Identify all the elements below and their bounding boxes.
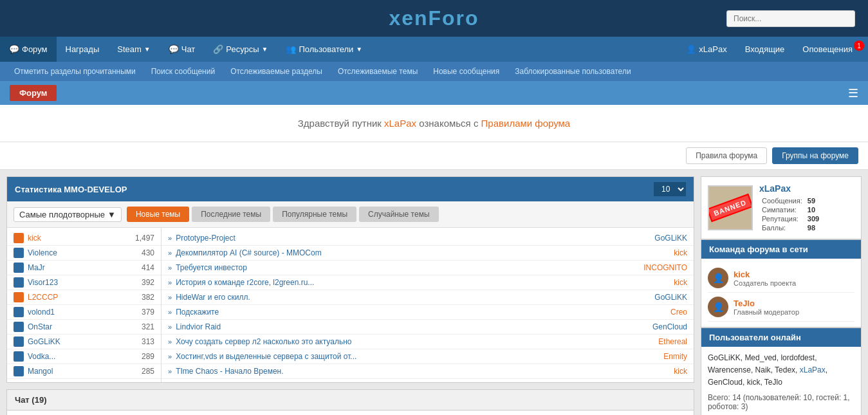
tab-new-topics[interactable]: Новые темы <box>127 207 189 222</box>
forum-rules-link[interactable]: Правилами форума <box>481 118 571 129</box>
topic-row: » HideWar и его скилл. GoGLiKK <box>162 290 694 305</box>
nav-profile[interactable]: 👤 xLaPax <box>677 37 735 62</box>
sub-nav-mark-read[interactable]: Отметить разделы прочитанными <box>6 62 143 81</box>
nav-notifications[interactable]: Оповещения 1 <box>793 37 868 62</box>
stats-user-count: 382 <box>132 293 154 302</box>
stats-user-name-link[interactable]: Vodka... <box>28 352 132 361</box>
stats-user-icon <box>14 366 24 376</box>
stats-user-name-link[interactable]: L2CCCP <box>28 293 132 302</box>
topic-name-link[interactable]: Требуется инвестор <box>176 263 643 272</box>
online-user: lordofdest <box>780 353 815 362</box>
sub-nav-blocked-users[interactable]: Заблокированные пользователи <box>507 62 638 81</box>
team-name-link[interactable]: TeJlo <box>734 299 799 308</box>
nav-inbox[interactable]: Входящие <box>736 37 794 62</box>
stats-user-name-link[interactable]: Visor123 <box>28 278 132 287</box>
topic-name-link[interactable]: HideWar и его скилл. <box>176 293 654 302</box>
filter-label: Самые плодотворные <box>19 210 105 219</box>
topic-row: » Хочу создать сервер л2 насколько это а… <box>162 335 694 349</box>
chat-block: Чат (19) Вопросы технического характера … <box>6 389 694 415</box>
team-info: kick Создатель проекта <box>734 270 796 287</box>
tab-popular-topics[interactable]: Популярные темы <box>273 207 356 222</box>
rules-button[interactable]: Правила форума <box>686 147 767 164</box>
nav-forum[interactable]: 💬 Форум <box>0 37 57 62</box>
search-box[interactable] <box>726 10 855 27</box>
chat-header: Чат (19) <box>7 390 694 410</box>
online-user: kick <box>747 378 761 387</box>
tab-random-topics[interactable]: Случайные темы <box>359 207 438 222</box>
welcome-username-link[interactable]: xLaPax <box>384 118 419 129</box>
topic-name-link[interactable]: Декомпилятор AI (C# source) - MMOCom <box>176 248 674 257</box>
resources-icon: 🔗 <box>213 44 223 54</box>
topic-name-link[interactable]: TIme Chaos - Начало Времен. <box>176 367 674 376</box>
stats-user-row: Vodka... 289 <box>7 349 161 364</box>
sub-nav-tracked-sections[interactable]: Отслеживаемые разделы <box>223 62 330 81</box>
stats-user-icon <box>14 277 24 288</box>
online-user-link[interactable]: xLaPax <box>800 365 826 374</box>
nav-chat[interactable]: 💬 Чат <box>160 37 205 62</box>
stats-user-count: 414 <box>132 263 154 272</box>
topic-name-link[interactable]: Prototype-Project <box>176 234 654 243</box>
topic-name-link[interactable]: Подскажите <box>176 308 670 317</box>
topic-author: kick <box>674 367 687 376</box>
topic-row: » Декомпилятор AI (C# source) - MMOCom k… <box>162 246 694 261</box>
hamburger-icon[interactable]: ☰ <box>848 86 858 100</box>
topic-arrow-icon: » <box>168 264 172 272</box>
users-dropdown-icon: ▼ <box>356 46 362 53</box>
online-total: Всего: 14 (пользователей: 10, гостей: 1,… <box>708 393 854 411</box>
online-user: Med_ved <box>744 353 776 362</box>
team-avatar: 👤 <box>708 297 728 317</box>
stats-user-row: MaJr 414 <box>7 261 161 275</box>
online-user: Naik <box>755 365 771 374</box>
stats-user-name-link[interactable]: volond1 <box>28 308 132 317</box>
stats-user-name-link[interactable]: OnStar <box>28 322 132 331</box>
topic-arrow-icon: » <box>168 308 172 316</box>
sub-nav-new-messages[interactable]: Новые сообщения <box>425 62 507 81</box>
stats-user-name-link[interactable]: MaJr <box>28 263 132 272</box>
top-nav-left: 💬 Форум Награды Steam ▼ 💬 Чат 🔗 Ресурсы … <box>0 37 677 62</box>
nav-rewards[interactable]: Награды <box>57 37 109 62</box>
online-block-header: Пользователи онлайн <box>701 328 861 347</box>
stats-user-name-link[interactable]: Mangol <box>28 367 132 376</box>
tab-last-topics[interactable]: Последние темы <box>192 207 270 222</box>
groups-button[interactable]: Группы на форуме <box>772 147 858 164</box>
team-member: 👤 kick Создатель проекта <box>708 264 854 293</box>
stats-per-page-select[interactable]: 10 20 30 <box>654 182 686 196</box>
stats-header: Статистика MMO-DEVELOP 10 20 30 <box>7 177 694 201</box>
stats-user-name-link[interactable]: kick <box>28 234 132 243</box>
sub-nav-search-messages[interactable]: Поиск сообщений <box>143 62 223 81</box>
topic-name-link[interactable]: Хочу создать сервер л2 насколько это акт… <box>176 337 658 346</box>
nav-resources[interactable]: 🔗 Ресурсы ▼ <box>204 37 277 62</box>
nav-steam[interactable]: Steam ▼ <box>108 37 159 62</box>
online-block-body: GoGLiKK, Med_ved, lordofdest, Warencense… <box>701 347 861 415</box>
profile-name[interactable]: xLaPax <box>759 183 854 194</box>
filter-dropdown[interactable]: Самые плодотворные ▼ <box>14 207 122 222</box>
stats-user-name-link[interactable]: Violence <box>28 248 132 257</box>
sub-nav-tracked-topics[interactable]: Отслеживаемые темы <box>330 62 425 81</box>
profile-info: xLaPax Сообщения: 59 Симпатии: 10 Репута… <box>759 183 854 232</box>
topic-name-link[interactable]: История о команде r2core, l2green.ru... <box>176 278 674 287</box>
main-content: Статистика MMO-DEVELOP 10 20 30 Самые пл… <box>0 170 868 415</box>
stats-user-icon <box>14 307 24 317</box>
stats-user-icon <box>14 351 24 362</box>
stats-user-icon <box>14 233 24 243</box>
breadcrumb[interactable]: Форум <box>10 85 57 101</box>
topic-arrow-icon: » <box>168 234 172 242</box>
topic-author: GenCloud <box>652 322 687 331</box>
chat-title: Чат (19) <box>15 395 46 405</box>
notification-badge: 1 <box>854 41 864 51</box>
stats-user-row: kick 1,497 <box>7 231 161 246</box>
online-user: TeJlo <box>764 378 782 387</box>
team-name-link[interactable]: kick <box>734 270 796 279</box>
team-role: Главный модератор <box>734 308 799 316</box>
topic-name-link[interactable]: Lindvior Raid <box>176 322 652 331</box>
search-input[interactable] <box>726 10 855 27</box>
stats-user-name-link[interactable]: GoGLiKK <box>28 337 132 346</box>
topic-author: kick <box>674 278 687 287</box>
header: xenForo <box>0 0 868 37</box>
stats-user-row: Violence 430 <box>7 246 161 261</box>
stats-user-icon <box>14 292 24 302</box>
stats-user-count: 321 <box>132 322 154 331</box>
topic-name-link[interactable]: Хостинг,vds и выделенные сервера с защит… <box>176 352 663 361</box>
nav-users[interactable]: 👥 Пользователи ▼ <box>277 37 371 62</box>
team-avatar: 👤 <box>708 268 728 288</box>
